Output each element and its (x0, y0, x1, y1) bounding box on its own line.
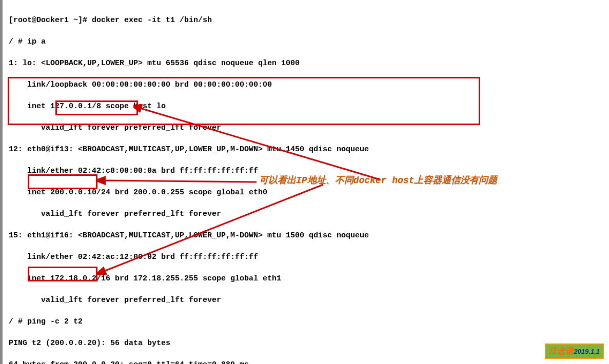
terminal-line: [root@Docker1 ~]# docker exec -it t1 /bi… (9, 15, 603, 26)
annotation-text: 可以看出IP地址、不同docker host上容器通信没有问题 (259, 174, 497, 187)
terminal-line: / # ping -c 2 t2 (9, 316, 603, 327)
terminal-line: link/loopback 00:00:00:00:00:00 brd 00:0… (9, 79, 603, 90)
terminal-line: inet 200.0.0.10/24 brd 200.0.0.255 scope… (9, 187, 603, 198)
watermark-name: 江念诺 (549, 347, 574, 355)
terminal-line: 12: eth0@if13: <BROADCAST,MULTICAST,UP,L… (9, 144, 603, 155)
terminal-line: / # ip a (9, 36, 603, 47)
terminal-line: valid_lft forever preferred_lft forever (9, 295, 603, 306)
terminal-line: 15: eth1@if16: <BROADCAST,MULTICAST,UP,L… (9, 230, 603, 241)
watermark-date: 2019.1.1 (574, 348, 600, 355)
terminal-line: valid_lft forever preferred_lft forever (9, 209, 603, 219)
terminal-line: 64 bytes from 200.0.0.20: seq=0 ttl=64 t… (9, 359, 603, 364)
terminal-line: link/ether 02:42:ac:12:00:02 brd ff:ff:f… (9, 252, 603, 262)
terminal-line: 1: lo: <LOOPBACK,UP,LOWER_UP> mtu 65536 … (9, 58, 603, 69)
watermark: 江念诺2019.1.1 (545, 343, 604, 359)
terminal-line: valid_lft forever preferred_lft forever (9, 123, 603, 133)
terminal-line: PING t2 (200.0.0.20): 56 data bytes (9, 338, 603, 349)
terminal-line: inet 172.18.0.2/16 brd 172.18.255.255 sc… (9, 273, 603, 284)
terminal-line: inet 127.0.0.1/8 scope host lo (9, 101, 603, 112)
